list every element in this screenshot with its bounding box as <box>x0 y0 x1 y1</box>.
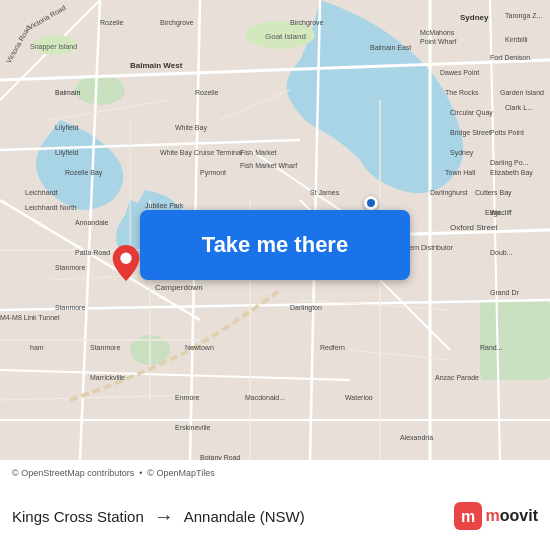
svg-text:Macdonald...: Macdonald... <box>245 394 285 401</box>
svg-text:Stanmore: Stanmore <box>55 264 85 271</box>
svg-text:St James: St James <box>310 189 340 196</box>
svg-text:Bridge Street: Bridge Street <box>450 129 491 137</box>
svg-text:Anzac Parade: Anzac Parade <box>435 374 479 381</box>
svg-text:Wo...: Wo... <box>490 209 506 216</box>
svg-text:Elizabeth Bay: Elizabeth Bay <box>490 169 533 177</box>
svg-text:Erskineville: Erskineville <box>175 424 211 431</box>
svg-text:Patta Road: Patta Road <box>75 249 110 256</box>
svg-text:The Rocks: The Rocks <box>445 89 479 96</box>
moovit-m: m <box>486 507 500 524</box>
route-info: Kings Cross Station → Annandale (NSW) m … <box>12 486 538 546</box>
svg-text:Garden Island: Garden Island <box>500 89 544 96</box>
svg-text:Dawes Point: Dawes Point <box>440 69 479 76</box>
svg-text:White Bay: White Bay <box>175 124 207 132</box>
svg-text:Balmain West: Balmain West <box>130 61 183 70</box>
destination-label: Annandale (NSW) <box>184 508 305 525</box>
svg-text:Rozelle Bay: Rozelle Bay <box>65 169 103 177</box>
svg-text:Snapper Island: Snapper Island <box>30 43 77 51</box>
svg-text:Potts Point: Potts Point <box>490 129 524 136</box>
app-container: Goat Island Snapper Island Balmain West … <box>0 0 550 550</box>
svg-text:Point Wharf: Point Wharf <box>420 38 457 45</box>
svg-text:Lilyfield: Lilyfield <box>55 124 78 132</box>
svg-text:Stanmore: Stanmore <box>90 344 120 351</box>
svg-point-109 <box>120 253 131 264</box>
svg-text:Jubilee Park: Jubilee Park <box>145 202 184 209</box>
svg-text:ham: ham <box>30 344 44 351</box>
svg-text:Rozelle: Rozelle <box>100 19 123 26</box>
moovit-icon: m <box>454 502 482 530</box>
svg-text:Clark L...: Clark L... <box>505 104 533 111</box>
moovit-label: moovit <box>486 507 538 525</box>
svg-text:Fish Market Wharf: Fish Market Wharf <box>240 162 297 169</box>
take-me-there-button[interactable]: Take me there <box>140 210 410 280</box>
bottom-bar: © OpenStreetMap contributors • © OpenMap… <box>0 460 550 550</box>
svg-text:Waterloo: Waterloo <box>345 394 373 401</box>
svg-text:McMahons: McMahons <box>420 29 455 36</box>
openmaptiles-attribution: © OpenMapTiles <box>147 468 214 478</box>
moovit-rest: oovit <box>500 507 538 524</box>
svg-point-3 <box>75 75 125 105</box>
route-arrow-icon: → <box>154 505 174 528</box>
attribution: © OpenStreetMap contributors • © OpenMap… <box>12 468 538 478</box>
svg-text:Darlinghurst: Darlinghurst <box>430 189 468 197</box>
svg-text:Balmain East: Balmain East <box>370 44 411 51</box>
svg-text:Doub...: Doub... <box>490 249 513 256</box>
openstreetmap-attribution: © OpenStreetMap contributors <box>12 468 134 478</box>
svg-text:Stanmore: Stanmore <box>55 304 85 311</box>
svg-text:Lilyfield: Lilyfield <box>55 149 78 157</box>
destination-dot <box>364 196 378 210</box>
svg-text:Alexandria: Alexandria <box>400 434 433 441</box>
origin-label: Kings Cross Station <box>12 508 144 525</box>
svg-text:Taronga Z...: Taronga Z... <box>505 12 542 20</box>
svg-text:Birchgrove: Birchgrove <box>290 19 324 27</box>
svg-text:Redfern: Redfern <box>320 344 345 351</box>
button-overlay: Take me there <box>120 210 430 280</box>
svg-text:Fort Denison: Fort Denison <box>490 54 530 61</box>
svg-text:Goat Island: Goat Island <box>265 32 306 41</box>
svg-text:Enmore: Enmore <box>175 394 200 401</box>
svg-text:Rozelle: Rozelle <box>195 89 218 96</box>
svg-text:Sydney: Sydney <box>450 149 474 157</box>
svg-text:Darlington: Darlington <box>290 304 322 312</box>
svg-text:Circular Quay: Circular Quay <box>450 109 493 117</box>
svg-text:Fish Market: Fish Market <box>240 149 277 156</box>
svg-text:M4-M8 Link Tunnel: M4-M8 Link Tunnel <box>0 314 60 321</box>
svg-text:Kirribilli: Kirribilli <box>505 36 528 43</box>
svg-text:Leichhardt: Leichhardt <box>25 189 58 196</box>
svg-text:Darling Po...: Darling Po... <box>490 159 529 167</box>
svg-text:Town Hall: Town Hall <box>445 169 476 176</box>
map-area: Goat Island Snapper Island Balmain West … <box>0 0 550 460</box>
svg-text:Sydney: Sydney <box>460 13 489 22</box>
svg-text:Newtown: Newtown <box>185 344 214 351</box>
svg-text:Camperdown: Camperdown <box>155 283 203 292</box>
svg-text:Annandale: Annandale <box>75 219 109 226</box>
svg-text:Balmain: Balmain <box>55 89 80 96</box>
moovit-logo: m moovit <box>454 502 538 530</box>
svg-text:Oxford Street: Oxford Street <box>450 223 498 232</box>
svg-text:Birchgrove: Birchgrove <box>160 19 194 27</box>
svg-text:Grand Dr: Grand Dr <box>490 289 519 296</box>
svg-rect-4 <box>480 300 550 380</box>
svg-text:Rand...: Rand... <box>480 344 503 351</box>
map-pin-icon <box>112 245 140 281</box>
svg-text:White Bay Cruise Terminal: White Bay Cruise Terminal <box>160 149 243 157</box>
svg-text:Leichhardt North: Leichhardt North <box>25 204 77 211</box>
svg-text:Marrickville: Marrickville <box>90 374 125 381</box>
svg-text:m: m <box>460 508 474 525</box>
route-endpoints: Kings Cross Station → Annandale (NSW) <box>12 505 454 528</box>
svg-text:Pyrmont: Pyrmont <box>200 169 226 177</box>
svg-text:Cutters Bay: Cutters Bay <box>475 189 512 197</box>
